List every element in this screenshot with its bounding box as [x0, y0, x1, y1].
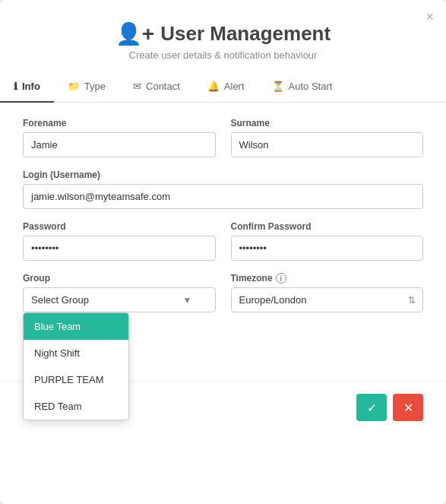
- login-row: Login (Username): [23, 170, 423, 209]
- user-management-modal: × 👤+ User Management Create user details…: [0, 0, 446, 504]
- confirm-password-group: Confirm Password: [231, 221, 424, 261]
- surname-label: Surname: [231, 118, 424, 128]
- timezone-select[interactable]: Europe/London: [231, 287, 424, 312]
- group-label: Group: [23, 273, 216, 284]
- folder-icon: 📁: [68, 81, 80, 92]
- surname-group: Surname: [231, 118, 424, 157]
- tab-type[interactable]: 📁 Type: [54, 71, 119, 103]
- form-body: Forename Surname Login (Username) Passwo…: [0, 103, 446, 343]
- login-group: Login (Username): [23, 170, 423, 209]
- password-input[interactable]: [23, 236, 216, 261]
- group-dropdown-menu: Blue Team Night Shift PURPLE TEAM RED Te…: [23, 312, 129, 420]
- forename-label: Forename: [23, 118, 216, 128]
- confirm-password-input[interactable]: [231, 236, 424, 261]
- timezone-info-icon[interactable]: i: [276, 273, 286, 284]
- confirm-password-label: Confirm Password: [231, 221, 424, 232]
- timezone-col: Timezone i Europe/London ⇅: [231, 273, 424, 325]
- surname-input[interactable]: [231, 132, 424, 157]
- password-row: Password Confirm Password: [23, 221, 423, 261]
- tab-autostart[interactable]: ⏳ Auto Start: [258, 71, 346, 103]
- close-button[interactable]: ×: [425, 9, 434, 25]
- dropdown-item-blueteam[interactable]: Blue Team: [24, 313, 128, 340]
- user-add-icon: 👤+: [115, 21, 154, 46]
- name-row: Forename Surname: [23, 118, 423, 157]
- group-timezone-row: Group Select Group ▼ Blue Team Night Shi…: [23, 273, 423, 325]
- timezone-select-wrapper: Europe/London ⇅: [231, 287, 424, 312]
- group-selected-label: Select Group: [31, 294, 89, 306]
- dropdown-item-redteam[interactable]: RED Team: [24, 393, 128, 420]
- group-col: Group Select Group ▼ Blue Team Night Shi…: [23, 273, 216, 325]
- group-dropdown-button[interactable]: Select Group ▼: [23, 287, 216, 312]
- dropdown-item-nightshift[interactable]: Night Shift: [24, 340, 128, 366]
- password-label: Password: [23, 221, 216, 232]
- tab-alert[interactable]: 🔔 Alert: [194, 71, 258, 103]
- modal-subtitle: Create user details & notification behav…: [15, 49, 431, 61]
- cancel-button[interactable]: ✕: [393, 394, 423, 421]
- hourglass-icon: ⏳: [272, 81, 284, 92]
- bell-icon: 🔔: [207, 81, 220, 92]
- login-label: Login (Username): [23, 170, 423, 180]
- times-icon: ✕: [403, 401, 413, 415]
- envelope-icon: ✉: [133, 81, 141, 92]
- tab-info[interactable]: ℹ Info: [0, 71, 54, 103]
- confirm-button[interactable]: ✓: [356, 394, 387, 421]
- info-icon: ℹ: [14, 81, 17, 92]
- forename-group: Forename: [23, 118, 216, 157]
- check-icon: ✓: [367, 401, 377, 415]
- tab-contact[interactable]: ✉ Contact: [119, 71, 194, 103]
- timezone-label: Timezone i: [231, 273, 424, 284]
- tab-bar: ℹ Info 📁 Type ✉ Contact 🔔 Alert ⏳ Auto S…: [0, 71, 446, 103]
- modal-header: 👤+ User Management Create user details &…: [0, 0, 446, 71]
- login-input[interactable]: [23, 184, 423, 209]
- forename-input[interactable]: [23, 132, 216, 157]
- chevron-down-icon: ▼: [183, 295, 192, 306]
- modal-title: User Management: [160, 22, 331, 46]
- dropdown-item-purpleteam[interactable]: PURPLE TEAM: [24, 366, 128, 393]
- password-group: Password: [23, 221, 216, 261]
- group-dropdown-container: Select Group ▼ Blue Team Night Shift PUR…: [23, 287, 216, 312]
